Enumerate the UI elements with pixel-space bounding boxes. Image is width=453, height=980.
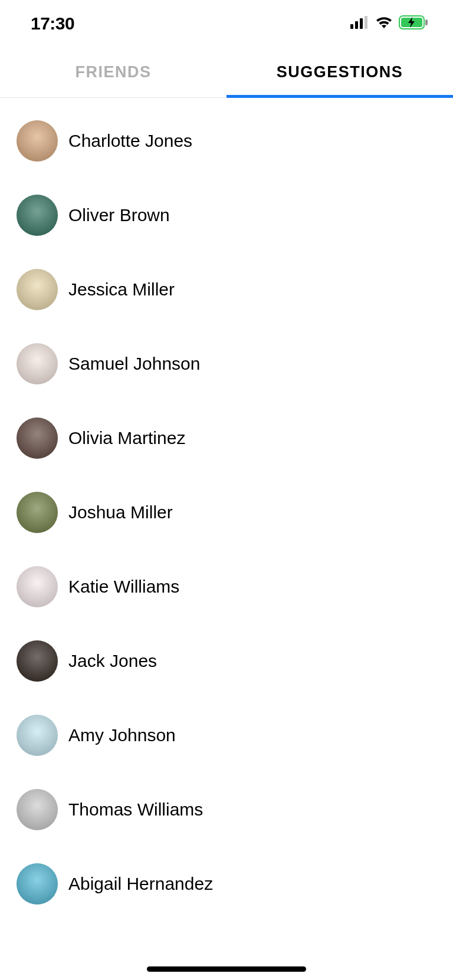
tab-suggestions-label: SUGGESTIONS <box>277 63 403 81</box>
suggestion-name: Katie Williams <box>68 577 179 597</box>
status-time: 17:30 <box>31 14 74 34</box>
list-item[interactable]: Abigail Hernandez <box>0 847 453 921</box>
list-item[interactable]: Charlotte Jones <box>0 104 453 178</box>
list-item[interactable]: Olivia Martinez <box>0 401 453 475</box>
suggestions-list[interactable]: Charlotte JonesOliver BrownJessica Mille… <box>0 98 453 921</box>
avatar <box>17 715 58 756</box>
list-item[interactable]: Joshua Miller <box>0 475 453 550</box>
suggestion-name: Jessica Miller <box>68 279 175 300</box>
avatar <box>17 120 58 162</box>
suggestion-name: Oliver Brown <box>68 205 170 225</box>
avatar <box>17 195 58 236</box>
status-icons <box>350 15 428 32</box>
suggestion-name: Olivia Martinez <box>68 428 185 448</box>
suggestion-name: Samuel Johnson <box>68 354 200 374</box>
list-item[interactable]: Samuel Johnson <box>0 327 453 401</box>
suggestion-name: Amy Johnson <box>68 725 176 745</box>
avatar <box>17 417 58 459</box>
wifi-icon <box>375 16 393 31</box>
list-item[interactable]: Amy Johnson <box>0 698 453 772</box>
svg-rect-2 <box>360 18 363 29</box>
tab-bar: FRIENDS SUGGESTIONS <box>0 47 453 98</box>
tab-suggestions[interactable]: SUGGESTIONS <box>226 47 453 97</box>
status-bar: 17:30 <box>0 0 453 47</box>
suggestion-name: Joshua Miller <box>68 502 173 522</box>
list-item[interactable]: Katie Williams <box>0 550 453 624</box>
svg-rect-6 <box>425 19 428 25</box>
battery-charging-icon <box>399 15 428 32</box>
suggestion-name: Charlotte Jones <box>68 131 192 151</box>
cellular-icon <box>350 16 369 31</box>
avatar <box>17 640 58 682</box>
suggestion-name: Thomas Williams <box>68 800 203 820</box>
svg-rect-1 <box>355 21 358 29</box>
list-item[interactable]: Jack Jones <box>0 624 453 698</box>
suggestion-name: Jack Jones <box>68 651 157 671</box>
avatar <box>17 863 58 905</box>
home-indicator[interactable] <box>147 966 306 972</box>
avatar <box>17 492 58 533</box>
avatar <box>17 343 58 384</box>
svg-rect-3 <box>365 16 367 29</box>
suggestion-name: Abigail Hernandez <box>68 874 213 894</box>
avatar <box>17 789 58 830</box>
list-item[interactable]: Thomas Williams <box>0 772 453 847</box>
list-item[interactable]: Jessica Miller <box>0 252 453 327</box>
list-item[interactable]: Oliver Brown <box>0 178 453 252</box>
tab-friends[interactable]: FRIENDS <box>0 47 226 97</box>
avatar <box>17 566 58 607</box>
tab-friends-label: FRIENDS <box>75 63 151 81</box>
svg-rect-0 <box>350 24 353 29</box>
avatar <box>17 269 58 310</box>
